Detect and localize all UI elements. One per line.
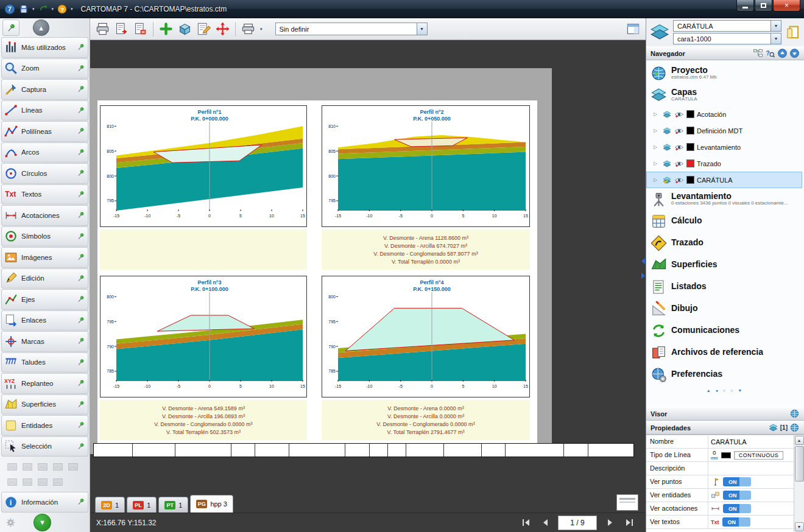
pin-icon[interactable] [76,253,85,262]
combo-dropdown-icon[interactable]: ▾ [770,33,781,44]
sidebar-item-marcas[interactable]: Marcas [1,331,88,352]
combo-dropdown-icon[interactable]: ▾ [417,23,427,35]
sidebar-item-entidades[interactable]: Entidades [1,415,88,436]
move-button[interactable] [215,21,230,37]
pin-icon[interactable] [76,358,85,367]
nav-section-dibujo[interactable]: Dibujo [646,298,804,320]
navigator-up-icon[interactable] [777,48,788,58]
sidebar-item-polilineas[interactable]: Polilíneas [1,121,88,142]
save-icon[interactable] [18,4,29,15]
layer-visibility-icon[interactable] [674,175,684,185]
collapse-left-icon[interactable] [641,258,645,264]
sidebar-item-superficies[interactable]: Superficies [1,394,88,415]
layer-row-acotacion[interactable]: ▷Acotación [646,106,802,122]
sidebar-item-informacion[interactable]: iInformación [1,492,88,513]
toggle-ver-entidades[interactable]: ON [723,491,751,500]
pin-icon[interactable] [76,85,85,94]
layer-row-trazado[interactable]: ▷Trazado [646,155,802,172]
navigator-down-icon[interactable] [789,48,800,58]
drawing-canvas[interactable]: Perfil nº1P.K. 0+000.000810805800795-15-… [90,40,646,493]
layout-window-button[interactable] [626,21,641,37]
sheet-preview[interactable] [616,494,638,511]
layer-visibility-icon[interactable] [674,142,684,152]
pin-all-button[interactable] [2,19,19,36]
layer-color-swatch[interactable] [686,143,694,151]
undo-icon[interactable] [38,4,49,15]
sidebar-item-replanteo[interactable]: XYZReplanteo [1,373,88,394]
sidebar-item-arcos[interactable]: Arcos [1,142,88,163]
nav-section-capas[interactable]: CapasCARÁTULA [646,84,804,106]
sidebar-item-seleccion[interactable]: Selección [1,436,88,457]
chevron-down-icon[interactable]: ▾ [259,27,263,32]
layer-row-levantamiento[interactable]: ▷Levantamiento [646,139,802,155]
sidebar-item-edicion[interactable]: Edición [1,268,88,289]
pin-icon[interactable] [76,295,85,304]
tab-pg-hpp-3[interactable]: PGhpp 3 [190,495,233,513]
layer-row-caratula[interactable]: ▷CARÁTULA [646,172,802,188]
first-page-button[interactable] [519,516,532,530]
nav-section-listados[interactable]: Listados [646,276,804,298]
panel-splitter[interactable] [640,258,646,290]
pin-icon[interactable] [76,379,85,388]
tab-pt-1[interactable]: PT1 [158,497,188,513]
layer-visibility-icon[interactable] [674,126,684,136]
expand-icon[interactable]: ▷ [654,161,660,166]
tab-pl-1[interactable]: PL1 [127,497,157,513]
chevron-down-icon[interactable]: ▾ [32,7,35,12]
layer-row-definicion-mdt[interactable]: ▷Definición MDT [646,122,802,139]
globe-icon[interactable] [789,408,800,419]
pin-icon[interactable] [76,442,85,451]
line-color-swatch[interactable] [721,452,731,458]
combo-dropdown-icon[interactable]: ▾ [770,21,781,31]
pin-icon[interactable] [76,148,85,157]
help-search-icon[interactable]: ? [765,48,775,58]
chevron-down-icon[interactable]: ▾ [70,7,74,12]
add-button[interactable] [158,21,174,37]
pin-icon[interactable] [76,232,85,241]
sidebar-item-enlaces[interactable]: Enlaces [1,310,88,331]
line-width-value[interactable]: 0mm [711,450,718,460]
visor-header[interactable]: Visor [646,407,804,421]
sidebar-item-mas-utilizados[interactable]: Más utilizados [1,37,88,58]
sidebar-item-taludes[interactable]: Taludes [1,352,88,373]
nav-section-proyecto[interactable]: Proyectoestratos.ctm 6.47 Mb [646,62,804,84]
nav-section-preferencias[interactable]: Preferencias [646,363,804,385]
sheet-combo[interactable]: CARÁTULA ▾ [673,20,781,32]
layer-color-swatch[interactable] [686,176,694,184]
scrollbar-thumb[interactable] [795,446,804,481]
nav-section-superficies[interactable]: Superficies [646,254,804,276]
sidebar-item-ejes[interactable]: Ejes [1,289,88,310]
sidebar-item-zoom[interactable]: Zoom [1,58,88,79]
sidebar-item-captura[interactable]: Captura [1,79,88,100]
expand-icon[interactable]: ▷ [654,128,660,133]
pin-icon[interactable] [76,190,85,199]
pin-icon[interactable] [76,211,85,220]
nav-section-calculo[interactable]: Cálculo [646,210,804,232]
sheet-copy-icon[interactable] [785,24,801,41]
plot-button[interactable] [241,21,256,37]
layer-visibility-icon[interactable] [674,159,684,169]
toggle-ver-acotaciones[interactable]: ON [723,504,751,513]
nav-section-levantamiento[interactable]: Levantamiento0 estaciones 3436 puntos 0 … [646,188,804,210]
sidebar-item-circulos[interactable]: Círculos [1,163,88,184]
sidebar-item-simbolos[interactable]: Símbolos [1,226,88,247]
pin-icon[interactable] [76,274,85,283]
layer-visibility-icon[interactable] [674,110,684,119]
export-pdf-button[interactable] [133,21,148,37]
pin-icon[interactable] [76,497,85,506]
close-button[interactable]: × [773,0,800,12]
pin-icon[interactable] [76,400,85,409]
sidebar-scroll-down-button[interactable]: ▼ [34,514,51,531]
layer-color-swatch[interactable] [686,110,694,118]
nav-section-archivos-de-referencia[interactable]: Archivos de referencia [646,341,804,363]
properties-header[interactable]: Propiedades [1] [646,421,804,435]
pin-icon[interactable] [76,64,85,73]
sidebar-item-acotaciones[interactable]: Acotaciones [1,205,88,226]
help-icon[interactable]: ? [57,4,68,15]
pin-icon[interactable] [76,127,85,136]
expand-icon[interactable]: ▷ [654,177,660,183]
scroll-down-icon[interactable]: ▼ [795,522,804,531]
expand-icon[interactable]: ▷ [654,111,660,117]
sidebar-item-imagenes[interactable]: Imágenes [1,247,88,268]
style-combo[interactable]: Sin definir ▾ [275,23,428,35]
